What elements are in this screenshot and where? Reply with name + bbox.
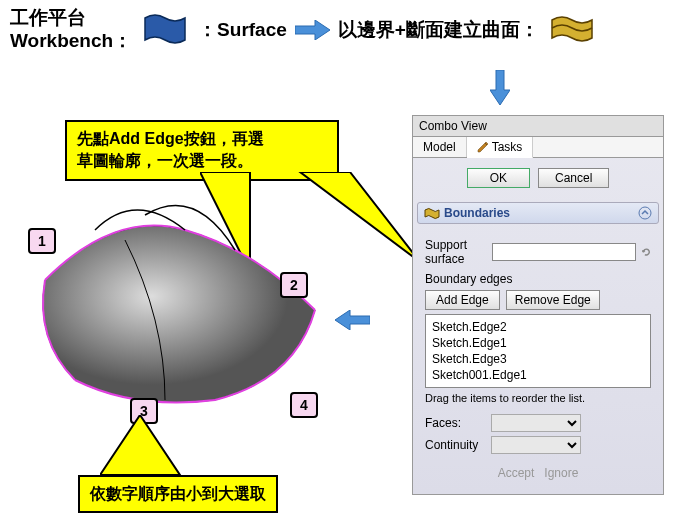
- edge-marker-2: 2: [280, 272, 308, 298]
- cancel-button[interactable]: Cancel: [538, 168, 609, 188]
- pencil-icon: [477, 141, 489, 153]
- tab-tasks[interactable]: Tasks: [467, 137, 534, 158]
- surface-3d-preview: [15, 200, 355, 420]
- callout-2-pointer: [100, 415, 200, 475]
- add-edge-button[interactable]: Add Edge: [425, 290, 500, 310]
- accept-button: Accept: [498, 466, 535, 480]
- list-item[interactable]: Sketch.Edge1: [430, 335, 646, 351]
- faces-label: Faces:: [425, 416, 485, 430]
- edge-list[interactable]: Sketch.Edge2 Sketch.Edge1 Sketch.Edge3 S…: [425, 314, 651, 388]
- svg-point-3: [639, 207, 651, 219]
- arrow-right-icon: [295, 20, 330, 40]
- edge-marker-1: 1: [28, 228, 56, 254]
- boundaries-section-header[interactable]: Boundaries: [417, 202, 659, 224]
- dialog-buttons: OK Cancel: [413, 158, 663, 198]
- svg-marker-2: [100, 415, 180, 475]
- callout-instruction-2: 依數字順序由小到大選取: [78, 475, 278, 513]
- support-surface-input[interactable]: [492, 243, 636, 261]
- remove-edge-button[interactable]: Remove Edge: [506, 290, 600, 310]
- list-item[interactable]: Sketch.Edge3: [430, 351, 646, 367]
- continuity-select[interactable]: [491, 436, 581, 454]
- collapse-icon: [638, 206, 652, 220]
- boundary-edges-label: Boundary edges: [425, 272, 651, 286]
- tab-model[interactable]: Model: [413, 137, 467, 157]
- support-surface-label: Support surface: [425, 238, 486, 266]
- ok-button[interactable]: OK: [467, 168, 530, 188]
- header-bar: 工作平台 Workbench： ：Surface 以邊界+斷面建立曲面：: [10, 5, 684, 55]
- edge-marker-4: 4: [290, 392, 318, 418]
- faces-select[interactable]: [491, 414, 581, 432]
- combo-view-panel: Combo View Model Tasks OK Cancel Boundar…: [412, 115, 664, 495]
- continuity-label: Continuity: [425, 438, 485, 452]
- arrow-down-icon: [490, 70, 510, 105]
- header-right-text: 以邊界+斷面建立曲面：: [338, 19, 539, 42]
- boundaries-body: Support surface Boundary edges Add Edge …: [413, 228, 663, 494]
- surface-label: ：Surface: [198, 19, 287, 42]
- boundaries-icon: [424, 206, 440, 220]
- combo-tabs: Model Tasks: [413, 137, 663, 158]
- reload-icon[interactable]: [642, 246, 651, 258]
- workbench-label: 工作平台 Workbench：: [10, 7, 132, 53]
- workbench-flag-icon: [140, 10, 190, 50]
- list-item[interactable]: Sketch001.Edge1: [430, 367, 646, 383]
- surface-tool-icon: [547, 10, 597, 50]
- list-item[interactable]: Sketch.Edge2: [430, 319, 646, 335]
- combo-view-title: Combo View: [413, 116, 663, 137]
- ignore-button: Ignore: [544, 466, 578, 480]
- drag-hint: Drag the items to reorder the list.: [425, 392, 651, 404]
